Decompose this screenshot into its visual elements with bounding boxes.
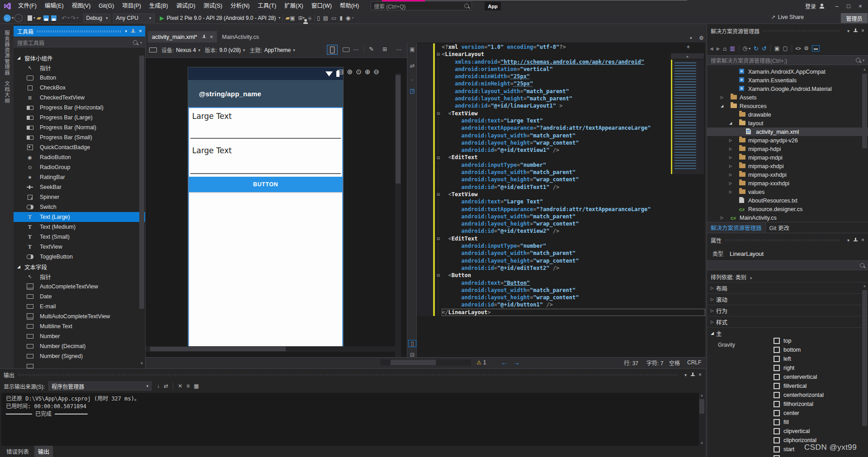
gravity-option-top[interactable]: top: [774, 336, 824, 345]
toggle-output-icon[interactable]: ⇄: [164, 383, 168, 389]
toolbox-item[interactable]: QuickContactBadge: [14, 142, 146, 152]
close-button[interactable]: ×: [854, 3, 866, 9]
code-line[interactable]: android:layout_height="match_parent": [417, 95, 705, 102]
tree-item-Resource.designer.cs[interactable]: C#Resource.designer.cs: [707, 205, 868, 213]
toolbox-search-dropdown-icon[interactable]: ▾: [140, 41, 142, 45]
code-line[interactable]: android:text="Button": [417, 279, 705, 287]
designer-vscrollbar[interactable]: [395, 73, 401, 367]
output-header[interactable]: 输出 ▾ ×: [0, 370, 705, 380]
code-line[interactable]: android:text="Large Text": [417, 198, 705, 205]
props-pin-icon[interactable]: [853, 238, 858, 242]
swap-panes-icon[interactable]: ⇄: [407, 62, 417, 69]
property-group-3[interactable]: ▷样式: [707, 316, 868, 327]
properties-search-input[interactable]: [707, 260, 868, 270]
tree-item-mipmap-hdpi[interactable]: ▷mipmap-hdpi: [707, 145, 868, 153]
menu-item-12[interactable]: 帮助(H): [336, 0, 363, 12]
profiler-icon[interactable]: ◉: [346, 15, 350, 21]
code-line[interactable]: android:id="@+id/editText1" />: [417, 184, 705, 191]
tree-item-Xamarin.AndroidX.AppCompat[interactable]: Xamarin.AndroidX.AppCompat: [707, 67, 868, 76]
panel-pin-icon[interactable]: [853, 28, 858, 33]
new-file-icon[interactable]: [28, 15, 32, 21]
code-line[interactable]: ⊟ <EditText: [417, 154, 705, 161]
menu-item-9[interactable]: 工具(T): [254, 0, 280, 12]
toolbox-item[interactable]: Button: [14, 73, 146, 83]
gravity-option-center[interactable]: center: [774, 409, 824, 418]
code-line[interactable]: ⊟ <TextView: [417, 191, 705, 198]
code-line[interactable]: android:layout_width="match_parent": [417, 169, 705, 176]
more-tools-dropdown-icon[interactable]: ▾: [352, 16, 354, 20]
output-menu-icon[interactable]: ▾: [684, 372, 687, 377]
toolbox-item[interactable]: Number (Decimal): [14, 341, 146, 351]
designer-grid-icon[interactable]: ⊞: [382, 46, 387, 52]
collapsed-arrow-icon[interactable]: ▷: [729, 147, 732, 151]
code-line[interactable]: android:layout_width="match_parent": [417, 88, 705, 95]
fold-collapse-icon[interactable]: ⊟: [435, 154, 442, 161]
doc-list-dropdown-icon[interactable]: ▾: [690, 36, 692, 40]
toolbox-close-icon[interactable]: ×: [139, 28, 142, 34]
editor-options-gear-icon[interactable]: ⚙: [699, 35, 704, 41]
nav-forward-arrow-icon[interactable]: →: [514, 358, 520, 367]
checkbox-icon[interactable]: [774, 338, 780, 344]
edit-theme-pencil-icon[interactable]: ✎: [369, 46, 374, 52]
code-line[interactable]: android:inputType="number": [417, 242, 705, 250]
edittext2-underline[interactable]: [190, 173, 341, 174]
toolbox-search-input[interactable]: 搜索工具箱 ▾: [14, 38, 146, 47]
panel-close-icon[interactable]: ×: [861, 28, 864, 34]
version-value[interactable]: 9.0 (v28): [219, 47, 241, 53]
se-view-code-icon[interactable]: <>: [796, 46, 801, 51]
minimap[interactable]: [671, 60, 704, 174]
tree-item-MainActivity.cs[interactable]: ▷C#MainActivity.cs: [707, 213, 868, 222]
fold-collapse-icon[interactable]: ⊟: [435, 272, 442, 279]
checkbox-icon[interactable]: [774, 401, 780, 407]
gravity-option-right[interactable]: right: [774, 363, 824, 372]
output-source-combo[interactable]: 程序包管理器▾: [48, 382, 151, 391]
minimap-collapse-icon[interactable]: ▲: [671, 53, 704, 59]
splitter-handle-icon[interactable]: +: [686, 43, 690, 50]
toolbox-menu-icon[interactable]: ▾: [125, 29, 127, 33]
bottom-tab-0[interactable]: 错误列表: [3, 446, 33, 457]
undo-icon[interactable]: ↶: [61, 14, 67, 22]
tree-item-activity_main.xml[interactable]: activity_main.xml: [707, 127, 868, 136]
gravity-option-centerhorizontal[interactable]: centerhorizontal: [774, 391, 824, 400]
vertical-split-button[interactable]: ▯: [408, 340, 416, 347]
toolbox-item[interactable]: Progress Bar (Normal): [14, 122, 146, 132]
scrollbar-down-icon[interactable]: ▼: [139, 361, 144, 366]
split-pages-icon[interactable]: ⊟: [338, 68, 344, 76]
menu-item-0[interactable]: 文件(F): [14, 0, 41, 12]
gravity-option-clipvertical[interactable]: clipvertical: [774, 427, 824, 436]
phone-content-linearlayout[interactable]: Large Text Large Text BUTTON: [188, 107, 343, 351]
menu-item-5[interactable]: 生成(B): [145, 0, 172, 12]
fold-collapse-icon[interactable]: ⊟: [435, 191, 442, 198]
se-pending-dropdown-icon[interactable]: ▾: [749, 47, 750, 51]
bottom-tab-1[interactable]: 输出: [34, 446, 53, 457]
se-scrollbar[interactable]: ▲: [862, 67, 867, 221]
nav-back-arrow-icon[interactable]: ←: [501, 358, 507, 367]
menu-item-11[interactable]: 窗口(W): [307, 0, 336, 12]
tree-item-Resources[interactable]: ◢Resources: [707, 102, 868, 110]
expanded-arrow-icon[interactable]: ◢: [721, 104, 723, 108]
tab-pin-icon[interactable]: [202, 35, 206, 39]
toolbox-item[interactable]: SeekBar: [14, 182, 146, 192]
se-sync-icon[interactable]: ↺: [762, 45, 767, 52]
tree-item-mipmap-anydpi-v26[interactable]: ▷mipmap-anydpi-v26: [707, 136, 868, 145]
code-line[interactable]: android:inputType="number": [417, 161, 705, 169]
se-switch-views-icon[interactable]: ▥: [730, 45, 735, 52]
code-line[interactable]: ⊟<LinearLayout: [417, 51, 705, 58]
tab-activity-main-xml[interactable]: activity_main.xml* ×: [148, 31, 217, 42]
designer-overflow-icon[interactable]: ⋯: [396, 47, 401, 53]
tree-item-mipmap-xxhdpi[interactable]: ▷mipmap-xxhdpi: [707, 170, 868, 179]
new-file-dropdown-icon[interactable]: ▾: [33, 16, 35, 20]
minimize-button[interactable]: –: [831, 3, 843, 9]
popout-icon[interactable]: ◳: [407, 88, 417, 94]
toolbox-item[interactable]: TText (Medium): [14, 222, 146, 232]
code-line[interactable]: ⊟ <Button: [417, 272, 705, 279]
code-line[interactable]: android:layout_height="wrap_content": [417, 220, 705, 227]
code-line[interactable]: android:layout_width="match_parent": [417, 250, 705, 257]
editor-hscrollbar[interactable]: [381, 359, 471, 366]
output-log[interactable]: 已还原 D:\VS\App\App.csproj (用时 327 ms)。已用时…: [1, 393, 699, 446]
goto-message-icon[interactable]: ↓: [157, 383, 160, 389]
tab-mainactivity-cs[interactable]: MainActivity.cs: [218, 31, 263, 42]
menu-item-10[interactable]: 扩展(X): [280, 0, 307, 12]
toolbox-item[interactable]: TText (Large): [14, 212, 146, 222]
checkbox-icon[interactable]: [774, 419, 780, 425]
